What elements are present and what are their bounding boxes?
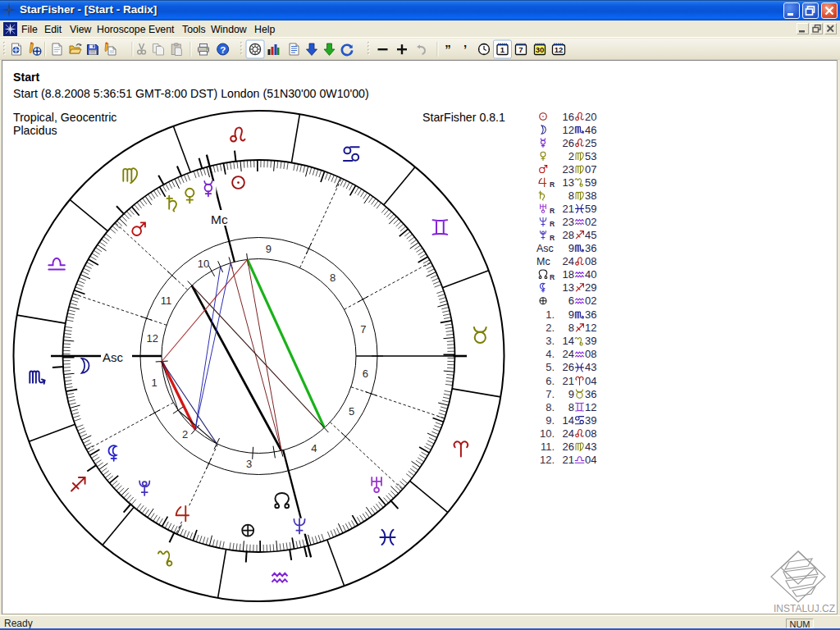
svg-text:12: 12 bbox=[585, 401, 596, 413]
svg-text:10: 10 bbox=[198, 258, 209, 270]
svg-text:26: 26 bbox=[563, 361, 574, 373]
svg-text:04: 04 bbox=[585, 454, 596, 466]
svg-text:9: 9 bbox=[568, 242, 574, 254]
svg-text:13: 13 bbox=[563, 281, 574, 294]
svg-text:R: R bbox=[550, 180, 555, 189]
svg-text:6: 6 bbox=[363, 368, 368, 380]
svg-text:21: 21 bbox=[563, 375, 574, 387]
svg-text:2: 2 bbox=[568, 150, 574, 162]
svg-text:08: 08 bbox=[585, 255, 596, 267]
svg-text:23: 23 bbox=[563, 163, 574, 176]
svg-text:Mc: Mc bbox=[536, 256, 550, 267]
svg-text:9.: 9. bbox=[546, 414, 555, 427]
svg-text:12.: 12. bbox=[540, 454, 555, 466]
svg-text:8: 8 bbox=[568, 322, 574, 334]
svg-text:12: 12 bbox=[146, 332, 158, 345]
svg-text:7: 7 bbox=[360, 323, 366, 336]
svg-text:1: 1 bbox=[151, 377, 157, 389]
svg-text:11.: 11. bbox=[541, 441, 555, 453]
svg-text:R: R bbox=[550, 207, 555, 215]
svg-text:9: 9 bbox=[266, 243, 272, 255]
svg-text:8: 8 bbox=[330, 272, 336, 284]
svg-text:23: 23 bbox=[563, 216, 574, 228]
svg-text:24: 24 bbox=[563, 427, 574, 440]
svg-text:4.: 4. bbox=[546, 348, 555, 360]
svg-text:59: 59 bbox=[585, 176, 596, 189]
svg-text:1.: 1. bbox=[546, 308, 555, 321]
svg-text:24: 24 bbox=[563, 348, 574, 360]
svg-text:26: 26 bbox=[563, 441, 574, 453]
svg-text:25: 25 bbox=[585, 137, 596, 149]
svg-text:38: 38 bbox=[585, 189, 596, 202]
svg-text:39: 39 bbox=[585, 335, 596, 347]
svg-text:11: 11 bbox=[161, 294, 172, 307]
svg-text:20: 20 bbox=[585, 111, 596, 123]
svg-text:R: R bbox=[550, 220, 555, 228]
svg-text:R: R bbox=[550, 234, 555, 242]
svg-text:2: 2 bbox=[182, 428, 188, 441]
svg-text:21: 21 bbox=[563, 454, 574, 466]
svg-text:04: 04 bbox=[585, 375, 596, 387]
svg-text:14: 14 bbox=[563, 414, 574, 427]
svg-text:36: 36 bbox=[585, 388, 596, 400]
svg-text:7.: 7. bbox=[546, 388, 555, 400]
svg-text:Mc: Mc bbox=[211, 212, 228, 226]
svg-text:08: 08 bbox=[585, 427, 596, 440]
svg-text:8.: 8. bbox=[546, 401, 555, 413]
svg-text:14: 14 bbox=[563, 335, 574, 347]
svg-text:9: 9 bbox=[568, 388, 574, 400]
svg-text:08: 08 bbox=[585, 348, 596, 360]
svg-text:43: 43 bbox=[585, 361, 596, 373]
svg-text:39: 39 bbox=[585, 414, 596, 427]
svg-text:8: 8 bbox=[568, 401, 574, 413]
svg-text:3: 3 bbox=[246, 458, 252, 470]
svg-text:6.: 6. bbox=[546, 375, 555, 387]
svg-text:36: 36 bbox=[585, 242, 596, 254]
svg-text:07: 07 bbox=[585, 163, 596, 176]
svg-text:53: 53 bbox=[585, 150, 596, 162]
svg-text:Asc: Asc bbox=[103, 350, 124, 364]
svg-text:R: R bbox=[550, 273, 555, 281]
svg-text:10.: 10. bbox=[540, 427, 555, 440]
svg-text:8: 8 bbox=[568, 189, 574, 202]
svg-text:28: 28 bbox=[563, 229, 574, 241]
svg-text:Asc: Asc bbox=[536, 243, 554, 254]
svg-text:02: 02 bbox=[585, 216, 596, 228]
svg-text:12: 12 bbox=[563, 124, 574, 136]
svg-text:16: 16 bbox=[563, 111, 574, 123]
svg-text:29: 29 bbox=[585, 281, 596, 294]
svg-text:2.: 2. bbox=[546, 322, 555, 334]
svg-text:24: 24 bbox=[563, 255, 574, 267]
svg-text:46: 46 bbox=[585, 124, 596, 136]
svg-text:12: 12 bbox=[585, 322, 596, 334]
svg-text:45: 45 bbox=[585, 229, 596, 241]
svg-text:4: 4 bbox=[311, 442, 317, 454]
svg-text:40: 40 bbox=[585, 268, 596, 281]
svg-text:3.: 3. bbox=[546, 335, 555, 347]
svg-text:02: 02 bbox=[585, 294, 596, 307]
svg-text:18: 18 bbox=[563, 268, 574, 281]
svg-text:21: 21 bbox=[563, 203, 574, 215]
svg-text:13: 13 bbox=[563, 176, 574, 189]
svg-text:36: 36 bbox=[585, 308, 596, 321]
svg-text:5: 5 bbox=[349, 405, 354, 418]
svg-text:43: 43 bbox=[585, 441, 596, 453]
svg-text:6: 6 bbox=[568, 294, 574, 307]
svg-text:59: 59 bbox=[585, 203, 596, 215]
svg-text:5.: 5. bbox=[546, 361, 555, 373]
svg-text:9: 9 bbox=[568, 308, 574, 321]
svg-text:26: 26 bbox=[563, 137, 574, 149]
